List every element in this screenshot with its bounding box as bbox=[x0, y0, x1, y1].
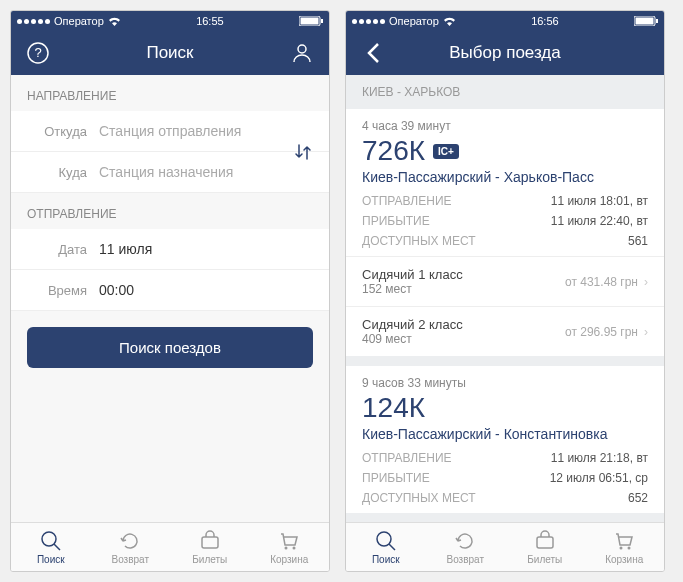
page-title: Выбор поезда bbox=[388, 43, 622, 63]
to-placeholder: Станция назначения bbox=[99, 164, 233, 180]
dep-label: ОТПРАВЛЕНИЕ bbox=[362, 451, 452, 465]
arr-label: ПРИБЫТИЕ bbox=[362, 214, 430, 228]
time-label: Время bbox=[27, 283, 87, 298]
seats-label: ДОСТУПНЫХ МЕСТ bbox=[362, 491, 476, 505]
battery-icon bbox=[299, 16, 323, 26]
page-title: Поиск bbox=[53, 43, 287, 63]
svg-text:?: ? bbox=[34, 45, 41, 60]
train-select-screen: Оператор 16:56 Выбор поезда КИЕВ - ХАРЬК… bbox=[345, 10, 665, 572]
carrier-label: Оператор bbox=[54, 15, 104, 27]
clock: 16:56 bbox=[531, 15, 559, 27]
class-name: Сидячий 1 класс bbox=[362, 267, 463, 282]
tab-return-label: Возврат bbox=[447, 554, 485, 565]
dep-value: 11 июля 18:01, вт bbox=[551, 194, 648, 208]
date-value: 11 июля bbox=[99, 241, 152, 257]
train-route: Киев-Пассажирский - Харьков-Пасс bbox=[362, 169, 648, 185]
status-bar: Оператор 16:55 bbox=[11, 11, 329, 31]
arr-value: 12 июля 06:51, ср bbox=[550, 471, 648, 485]
dep-value: 11 июля 21:18, вт bbox=[551, 451, 648, 465]
class-row[interactable]: Сидячий 1 класс152 мест от 431.48 грн› bbox=[346, 256, 664, 306]
tab-tickets-label: Билеты bbox=[527, 554, 562, 565]
tab-bar: Поиск Возврат Билеты Корзина bbox=[346, 522, 664, 571]
route-header: КИЕВ - ХАРЬКОВ bbox=[346, 75, 664, 109]
content: КИЕВ - ХАРЬКОВ 4 часа 39 минут 726КIC+ К… bbox=[346, 75, 664, 522]
departure-header: ОТПРАВЛЕНИЕ bbox=[11, 193, 329, 229]
tab-cart-label: Корзина bbox=[270, 554, 308, 565]
back-button[interactable] bbox=[358, 42, 388, 64]
svg-rect-12 bbox=[636, 18, 654, 25]
tab-return[interactable]: Возврат bbox=[426, 523, 506, 571]
swap-button[interactable] bbox=[293, 142, 313, 162]
content: НАПРАВЛЕНИЕ Откуда Станция отправления К… bbox=[11, 75, 329, 522]
arr-label: ПРИБЫТИЕ bbox=[362, 471, 430, 485]
date-label: Дата bbox=[27, 242, 87, 257]
train-number: 124К bbox=[362, 392, 425, 424]
class-row[interactable]: Сидячий 2 класс409 мест от 296.95 грн› bbox=[346, 306, 664, 356]
svg-point-10 bbox=[293, 546, 296, 549]
class-seats: 409 мест bbox=[362, 332, 463, 346]
svg-rect-13 bbox=[656, 19, 658, 23]
nav-bar: Выбор поезда bbox=[346, 31, 664, 75]
tab-search[interactable]: Поиск bbox=[11, 523, 91, 571]
train-card[interactable]: 9 часов 33 минуты 124К Киев-Пассажирский… bbox=[346, 366, 664, 513]
class-price: от 296.95 грн bbox=[565, 325, 638, 339]
svg-rect-8 bbox=[202, 537, 218, 548]
profile-button[interactable] bbox=[287, 41, 317, 65]
class-name: Сидячий 2 класс bbox=[362, 317, 463, 332]
svg-rect-2 bbox=[321, 19, 323, 23]
svg-rect-16 bbox=[537, 537, 553, 548]
tab-return-label: Возврат bbox=[112, 554, 150, 565]
svg-point-6 bbox=[42, 532, 56, 546]
from-placeholder: Станция отправления bbox=[99, 123, 241, 139]
svg-rect-1 bbox=[301, 18, 319, 25]
svg-point-9 bbox=[285, 546, 288, 549]
tab-tickets-label: Билеты bbox=[192, 554, 227, 565]
svg-point-17 bbox=[620, 546, 623, 549]
from-row[interactable]: Откуда Станция отправления bbox=[11, 111, 329, 152]
train-card[interactable]: 4 часа 39 минут 726КIC+ Киев-Пассажирски… bbox=[346, 109, 664, 356]
chevron-right-icon: › bbox=[644, 275, 648, 289]
tab-search-label: Поиск bbox=[37, 554, 65, 565]
wifi-icon bbox=[108, 17, 121, 26]
search-button[interactable]: Поиск поездов bbox=[27, 327, 313, 368]
tab-return[interactable]: Возврат bbox=[91, 523, 171, 571]
to-row[interactable]: Куда Станция назначения bbox=[11, 152, 329, 193]
svg-line-7 bbox=[54, 544, 60, 550]
chevron-right-icon: › bbox=[644, 325, 648, 339]
svg-point-5 bbox=[298, 45, 306, 53]
class-price: от 431.48 грн bbox=[565, 275, 638, 289]
tab-search-label: Поиск bbox=[372, 554, 400, 565]
tab-cart[interactable]: Корзина bbox=[250, 523, 330, 571]
to-label: Куда bbox=[27, 165, 87, 180]
search-screen: Оператор 16:55 ? Поиск НАПРАВЛЕНИЕ Откуд… bbox=[10, 10, 330, 572]
status-bar: Оператор 16:56 bbox=[346, 11, 664, 31]
arr-value: 11 июля 22:40, вт bbox=[551, 214, 648, 228]
clock: 16:55 bbox=[196, 15, 224, 27]
train-duration: 4 часа 39 минут bbox=[362, 119, 648, 133]
ic-badge: IC+ bbox=[433, 144, 459, 159]
seats-value: 652 bbox=[628, 491, 648, 505]
seats-value: 561 bbox=[628, 234, 648, 248]
from-label: Откуда bbox=[27, 124, 87, 139]
nav-bar: ? Поиск bbox=[11, 31, 329, 75]
class-seats: 152 мест bbox=[362, 282, 463, 296]
dep-label: ОТПРАВЛЕНИЕ bbox=[362, 194, 452, 208]
date-row[interactable]: Дата 11 июля bbox=[11, 229, 329, 270]
tab-tickets[interactable]: Билеты bbox=[170, 523, 250, 571]
svg-point-14 bbox=[377, 532, 391, 546]
wifi-icon bbox=[443, 17, 456, 26]
carrier-label: Оператор bbox=[389, 15, 439, 27]
seats-label: ДОСТУПНЫХ МЕСТ bbox=[362, 234, 476, 248]
help-button[interactable]: ? bbox=[23, 41, 53, 65]
direction-header: НАПРАВЛЕНИЕ bbox=[11, 75, 329, 111]
train-duration: 9 часов 33 минуты bbox=[362, 376, 648, 390]
svg-line-15 bbox=[389, 544, 395, 550]
svg-point-18 bbox=[628, 546, 631, 549]
tab-tickets[interactable]: Билеты bbox=[505, 523, 585, 571]
tab-search[interactable]: Поиск bbox=[346, 523, 426, 571]
train-number: 726К bbox=[362, 135, 425, 167]
tab-cart[interactable]: Корзина bbox=[585, 523, 665, 571]
time-row[interactable]: Время 00:00 bbox=[11, 270, 329, 311]
tab-bar: Поиск Возврат Билеты Корзина bbox=[11, 522, 329, 571]
tab-cart-label: Корзина bbox=[605, 554, 643, 565]
